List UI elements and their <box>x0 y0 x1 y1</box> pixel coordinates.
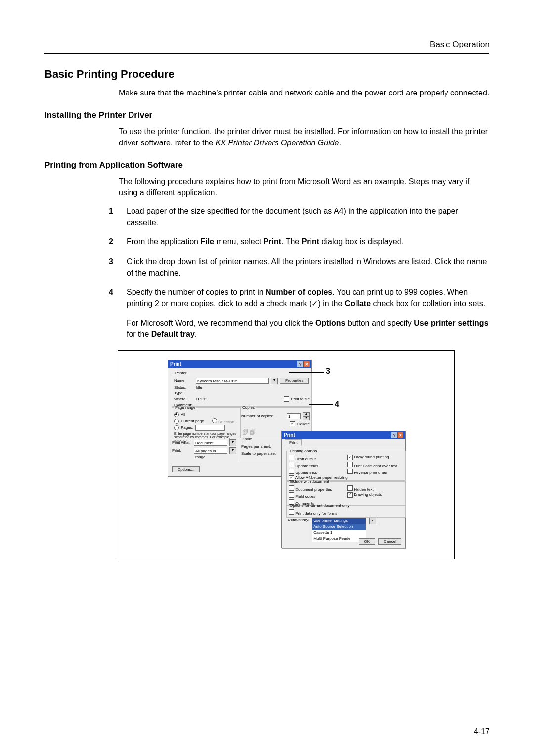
cb-fcodes[interactable] <box>289 492 294 498</box>
print-to-file-checkbox[interactable] <box>284 396 289 402</box>
where-label: Where: <box>174 397 194 401</box>
install-text: To use the printer function, the printer… <box>119 126 490 148</box>
cb-pdoff[interactable] <box>289 509 294 515</box>
chevron-down-icon[interactable]: ▾ <box>229 447 236 454</box>
step-number: 4 <box>109 286 118 309</box>
running-header: Basic Operation <box>44 40 490 53</box>
intro-text: Make sure that the machine's printer cab… <box>119 88 490 98</box>
name-label: Name: <box>174 378 194 383</box>
radio-pages-label: Pages: <box>181 425 193 430</box>
print-pages-label: Print: <box>172 448 192 453</box>
radio-current-label: Current page <box>181 419 204 423</box>
step-number: 2 <box>109 236 118 247</box>
cb-psot[interactable] <box>347 462 353 467</box>
print-what-select[interactable]: Document <box>194 440 227 446</box>
radio-selection-label: Selection <box>218 420 234 424</box>
dialog-title: Print <box>170 361 181 367</box>
print-options-dialog: Print ?✕ Print Printing options Draft ou… <box>281 431 406 548</box>
printing-options-group: Printing options <box>289 449 318 453</box>
print-to-file-label: Print to file <box>291 397 310 401</box>
include-with-doc-group: Include with document <box>289 479 330 484</box>
step-number: 1 <box>109 205 118 228</box>
spinner-down-icon[interactable]: ▾ <box>303 416 310 420</box>
dialog-title: Print <box>284 432 295 438</box>
page-number: 4-17 <box>474 727 490 736</box>
status-label: Status: <box>174 385 194 390</box>
page-title: Basic Printing Procedure <box>44 68 490 81</box>
titlebar-buttons[interactable]: ?✕ <box>391 432 403 438</box>
print-dialog-figure: Print ?✕ Printer Name: Kyocera Mita KM-1… <box>118 350 455 559</box>
chevron-down-icon[interactable]: ▾ <box>229 439 236 446</box>
printer-name-select[interactable]: Kyocera Mita KM-1815 <box>196 378 269 384</box>
cb-draft[interactable] <box>289 455 294 460</box>
properties-button[interactable]: Properties <box>280 378 309 384</box>
radio-selection[interactable] <box>212 418 217 423</box>
tab-print[interactable]: Print <box>285 439 302 446</box>
status-value: Idle <box>196 385 202 390</box>
collate-icon: 🗐 🗐 <box>242 429 256 436</box>
collate-label: Collate <box>297 422 310 426</box>
radio-current[interactable] <box>174 419 179 424</box>
print-what-label: Print what: <box>172 440 192 445</box>
cb-docprop[interactable] <box>289 485 294 491</box>
callout-line <box>289 372 324 373</box>
callout-3: 3 <box>326 367 330 376</box>
pages-field[interactable] <box>195 425 225 431</box>
scale-label: Scale to paper size: <box>241 451 276 456</box>
callout-4: 4 <box>335 400 339 409</box>
where-value: LPT1: <box>196 397 206 401</box>
ok-button[interactable]: OK <box>359 538 376 545</box>
type-label: Type: <box>174 391 194 395</box>
step-3-text: Click the drop down list of printer name… <box>127 256 490 279</box>
page-range-group: Page range <box>174 405 196 410</box>
titlebar-buttons[interactable]: ?✕ <box>297 361 310 367</box>
default-tray-label: Default tray: <box>288 518 309 522</box>
printing-intro: The following procedure explains how to … <box>119 176 490 198</box>
radio-all[interactable] <box>174 412 179 417</box>
step-1-text: Load paper of the size specified for the… <box>127 205 490 228</box>
num-copies-field[interactable]: 1 <box>287 413 301 419</box>
cb-hidden[interactable] <box>347 485 353 491</box>
num-copies-label: Number of copies: <box>241 414 273 418</box>
subhead-printing: Printing from Application Software <box>44 160 490 170</box>
step-number: 3 <box>109 256 118 279</box>
cb-uf[interactable] <box>289 462 294 467</box>
zoom-group: Zoom <box>241 437 253 441</box>
chevron-down-icon[interactable]: ▾ <box>369 518 376 524</box>
guide-ref: KX Printer Drivers Operation Guide <box>216 139 339 147</box>
step-2-text: From the application File menu, select P… <box>127 236 490 247</box>
radio-pages[interactable] <box>174 425 179 430</box>
pps-label: Pages per sheet: <box>241 444 271 449</box>
cancel-button[interactable]: Cancel <box>378 538 401 545</box>
options-current-doc-group: Options for current document only <box>289 503 351 508</box>
print-pages-select[interactable]: All pages in range <box>194 448 227 454</box>
copies-group: Copies <box>241 405 256 410</box>
chevron-down-icon[interactable]: ▾ <box>271 378 278 384</box>
step-4-text: Specify the number of copies to print in… <box>127 286 490 309</box>
collate-checkbox[interactable]: ✓ <box>290 421 295 426</box>
cb-ul[interactable] <box>289 469 294 474</box>
printer-group-label: Printer <box>174 371 188 375</box>
callout-line <box>309 404 333 405</box>
cb-rpo[interactable] <box>347 469 353 474</box>
cb-bg[interactable]: ✓ <box>347 455 353 460</box>
options-button[interactable]: Options... <box>172 466 200 472</box>
after-steps-note: For Microsoft Word, we recommend that yo… <box>127 317 490 340</box>
cb-drawobj[interactable]: ✓ <box>347 492 353 498</box>
radio-all-label: All <box>181 412 185 417</box>
subhead-install: Installing the Printer Driver <box>44 110 490 120</box>
